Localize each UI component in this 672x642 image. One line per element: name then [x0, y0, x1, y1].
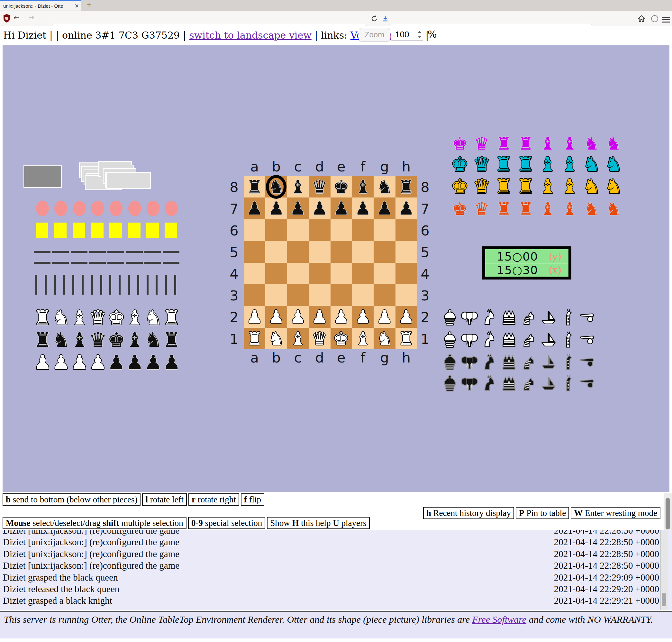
square-b2[interactable]: ♟ — [265, 306, 287, 328]
white-giraffe-piece[interactable] — [558, 308, 578, 326]
square-d2[interactable]: ♟ — [309, 306, 330, 328]
spare-piece-wn[interactable]: ♞ — [144, 306, 163, 329]
gold-piece-b[interactable]: ♝ — [558, 176, 580, 197]
token-dash[interactable] — [144, 262, 161, 264]
spare-piece-wk[interactable]: ♚ — [107, 306, 125, 329]
spare-piece-wp[interactable]: ♟ — [89, 351, 107, 374]
token-bar[interactable] — [165, 275, 167, 295]
log-scrollbar-thumb[interactable] — [662, 593, 666, 606]
token-square[interactable] — [91, 222, 104, 238]
ublock-shield-icon[interactable] — [3, 14, 10, 23]
spare-piece-bp[interactable]: ♟ — [144, 351, 163, 374]
home-icon[interactable] — [637, 14, 646, 23]
white-fortress-piece[interactable] — [499, 331, 519, 349]
white-elephant-piece[interactable] — [460, 308, 479, 326]
free-software-link[interactable]: Free Software — [472, 614, 527, 625]
token-dash[interactable] — [163, 251, 179, 253]
piece-bb-c8[interactable]: ♝ — [287, 176, 309, 197]
forward-icon[interactable]: → — [28, 13, 34, 22]
square-d4[interactable] — [309, 263, 330, 284]
spare-piece-wp[interactable]: ♟ — [52, 351, 70, 374]
token-circle[interactable] — [128, 201, 141, 216]
token-dash[interactable] — [163, 262, 179, 264]
token-bar[interactable] — [109, 275, 111, 295]
piece-wk-e1[interactable]: ♚ — [331, 328, 352, 349]
square-e3[interactable] — [331, 284, 352, 306]
square-h7[interactable]: ♟ — [396, 197, 417, 219]
piece-wp-b2[interactable]: ♟ — [265, 306, 287, 328]
square-f5[interactable] — [352, 241, 374, 262]
magenta-piece-r[interactable]: ♜ — [493, 133, 515, 155]
black-ship-piece[interactable] — [539, 353, 558, 371]
magenta-piece-q[interactable]: ♛ — [471, 133, 493, 155]
square-g6[interactable] — [374, 219, 395, 241]
square-h1[interactable]: ♜ — [396, 328, 417, 349]
token-bar[interactable] — [72, 275, 74, 295]
token-bar[interactable] — [100, 275, 102, 295]
token-circle[interactable] — [109, 201, 122, 216]
gold-piece-k[interactable]: ♚ — [449, 176, 471, 197]
square-c3[interactable] — [287, 284, 309, 306]
tab-close-icon[interactable]: × — [75, 3, 79, 9]
square-b7[interactable]: ♟ — [265, 197, 287, 219]
cyan-piece-b[interactable]: ♝ — [558, 153, 580, 175]
token-dash[interactable] — [126, 251, 143, 253]
token-square[interactable] — [165, 222, 177, 238]
square-e8[interactable]: ♚ — [331, 176, 352, 197]
download-icon[interactable] — [381, 15, 389, 23]
coordinate-counter[interactable]: 15○00 (y) 15○30 (x) — [482, 246, 571, 280]
piece-bp-a7[interactable]: ♟ — [244, 197, 265, 219]
square-f7[interactable]: ♟ — [352, 197, 374, 219]
orange-piece-b[interactable]: ♝ — [537, 198, 558, 220]
token-bar[interactable] — [147, 275, 148, 295]
square-h4[interactable] — [396, 263, 417, 284]
token-bar[interactable] — [156, 275, 157, 295]
token-dash[interactable] — [107, 262, 124, 264]
piece-wp-g2[interactable]: ♟ — [374, 306, 395, 328]
token-dash[interactable] — [89, 251, 106, 253]
square-b3[interactable] — [265, 284, 287, 306]
white-hat-piece[interactable] — [440, 308, 460, 326]
spare-piece-wq[interactable]: ♛ — [89, 306, 107, 329]
magenta-piece-b[interactable]: ♝ — [537, 133, 558, 155]
reload-icon[interactable] — [371, 15, 378, 23]
browser-tab[interactable]: unix:ijackson:: - Diziet - Otte × — [0, 0, 81, 11]
token-square[interactable] — [128, 222, 141, 238]
piece-wn-b1[interactable]: ♞ — [265, 328, 287, 349]
black-cannon-piece[interactable] — [578, 353, 598, 371]
square-a2[interactable]: ♟ — [244, 306, 265, 328]
orange-piece-b[interactable]: ♝ — [558, 198, 580, 220]
piece-wp-a2[interactable]: ♟ — [244, 306, 265, 328]
black-giraffe-piece[interactable] — [558, 353, 578, 371]
landscape-link[interactable]: switch to landscape view — [189, 29, 312, 41]
piece-bp-f7[interactable]: ♟ — [352, 197, 374, 219]
token-square[interactable] — [146, 222, 159, 238]
square-e4[interactable] — [331, 263, 352, 284]
square-f8[interactable]: ♝ — [352, 176, 374, 197]
white-unicorn-piece[interactable] — [479, 331, 499, 349]
token-bar[interactable] — [82, 275, 83, 295]
spare-piece-wr[interactable]: ♜ — [163, 306, 181, 329]
magenta-piece-r[interactable]: ♜ — [515, 133, 537, 155]
orange-piece-q[interactable]: ♛ — [471, 198, 493, 220]
token-dash[interactable] — [34, 251, 51, 253]
square-f4[interactable] — [352, 263, 374, 284]
token-dash[interactable] — [144, 251, 161, 253]
magenta-piece-n[interactable]: ♞ — [581, 133, 603, 155]
square-a5[interactable] — [244, 241, 265, 262]
cyan-piece-b[interactable]: ♝ — [537, 153, 558, 175]
piece-wp-d2[interactable]: ♟ — [309, 306, 330, 328]
piece-bp-e7[interactable]: ♟ — [331, 197, 352, 219]
square-h6[interactable] — [396, 219, 417, 241]
cyan-piece-r[interactable]: ♜ — [515, 153, 537, 175]
square-b6[interactable] — [265, 219, 287, 241]
token-square[interactable] — [36, 222, 48, 238]
square-d3[interactable] — [309, 284, 330, 306]
token-bar[interactable] — [63, 275, 65, 295]
white-cannon-piece[interactable] — [578, 331, 598, 349]
piece-wr-h1[interactable]: ♜ — [396, 328, 417, 349]
square-b1[interactable]: ♞ — [265, 328, 287, 349]
token-circle[interactable] — [91, 201, 104, 216]
piece-bn-g8[interactable]: ♞ — [374, 176, 395, 197]
black-elephant-piece[interactable] — [460, 374, 479, 393]
